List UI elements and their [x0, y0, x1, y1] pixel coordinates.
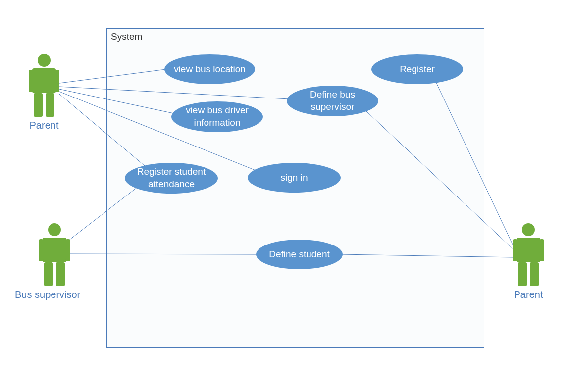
usecase-label: Define student: [269, 248, 330, 261]
svg-point-0: [38, 54, 51, 67]
actor-label: Parent: [30, 120, 59, 131]
usecase-define-student[interactable]: Define student: [256, 240, 343, 269]
svg-rect-2: [29, 70, 33, 92]
svg-point-6: [48, 223, 61, 236]
system-title: System: [111, 31, 142, 42]
actor-parent-right[interactable]: Parent: [513, 223, 544, 300]
usecase-label: view bus location: [174, 63, 246, 76]
usecase-view-bus-driver-info[interactable]: view bus driver information: [171, 101, 263, 132]
svg-rect-17: [530, 262, 539, 286]
usecase-view-bus-location[interactable]: view bus location: [164, 54, 255, 84]
svg-rect-15: [539, 239, 544, 261]
svg-rect-3: [55, 70, 59, 92]
actor-parent-left[interactable]: Parent: [29, 53, 59, 131]
person-icon: [39, 223, 70, 286]
svg-rect-16: [518, 262, 527, 286]
usecase-label: Define bus supervisor: [310, 89, 355, 113]
actor-label: Parent: [514, 289, 543, 300]
usecase-label: Register: [400, 63, 435, 76]
usecase-register[interactable]: Register: [371, 54, 463, 84]
usecase-label: view bus driver information: [186, 104, 249, 129]
usecase-register-student-attendance[interactable]: Register student attendance: [125, 163, 218, 194]
svg-rect-8: [39, 239, 44, 261]
actor-label: Bus supervisor: [15, 289, 80, 300]
svg-rect-5: [46, 93, 54, 117]
usecase-label: Register student attendance: [137, 166, 206, 190]
usecase-label: sign in: [281, 172, 308, 184]
svg-rect-7: [43, 238, 66, 262]
person-icon: [29, 53, 59, 117]
svg-rect-4: [34, 93, 43, 117]
person-icon: [513, 223, 544, 286]
usecase-define-bus-supervisor[interactable]: Define bus supervisor: [287, 86, 378, 116]
svg-rect-9: [65, 239, 70, 261]
usecase-sign-in[interactable]: sign in: [248, 163, 341, 193]
actor-bus-supervisor[interactable]: Bus supervisor: [15, 223, 80, 300]
svg-point-12: [522, 223, 535, 236]
svg-rect-10: [44, 262, 53, 286]
svg-rect-1: [32, 68, 56, 93]
svg-rect-11: [56, 262, 65, 286]
svg-rect-14: [513, 239, 517, 261]
svg-rect-13: [517, 238, 540, 262]
